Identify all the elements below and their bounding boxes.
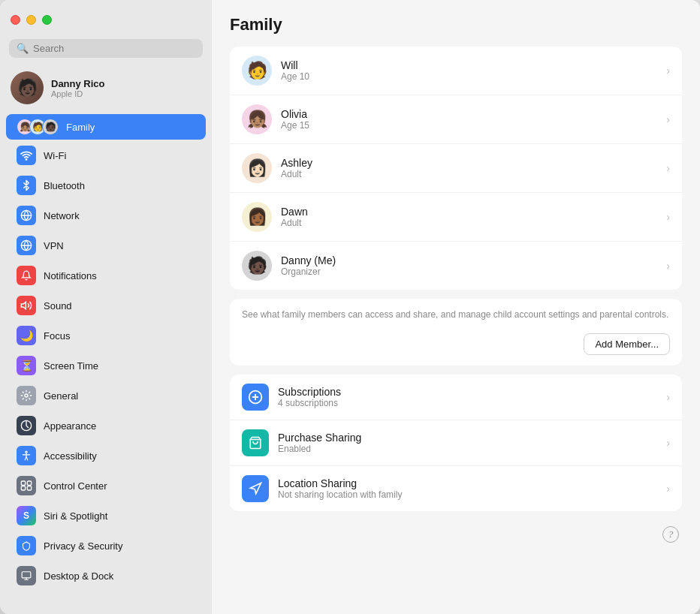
sidebar-item-label-family: Family xyxy=(66,122,95,133)
svg-point-0 xyxy=(26,159,26,160)
sidebar-item-label-network: Network xyxy=(44,210,80,221)
sidebar-item-label-desktop: Desktop & Dock xyxy=(44,570,113,582)
svg-marker-16 xyxy=(250,483,261,494)
chevron-right-icon: › xyxy=(666,113,670,125)
service-row-subscriptions[interactable]: Subscriptions 4 subscriptions › xyxy=(230,375,682,420)
sidebar-item-label-vpn: VPN xyxy=(44,240,64,251)
member-avatar-danny: 🧑🏿 xyxy=(242,251,272,281)
user-section[interactable]: 🧑🏿 Danny Rico Apple ID xyxy=(0,65,212,110)
member-name-dawn: Dawn xyxy=(281,206,657,218)
member-row-olivia[interactable]: 👧🏽 Olivia Age 15 › xyxy=(230,95,682,144)
member-info-will: Will Age 10 xyxy=(281,59,657,82)
sidebar-item-wifi[interactable]: Wi-Fi xyxy=(6,141,206,170)
svg-rect-9 xyxy=(21,486,25,490)
sidebar: 🔍 🧑🏿 Danny Rico Apple ID 👧🏽 🧑 🧑🏿 Family xyxy=(0,0,212,614)
sidebar-item-focus[interactable]: 🌙 Focus xyxy=(6,321,206,350)
service-info-location: Location Sharing Not sharing location wi… xyxy=(278,477,657,500)
notifications-icon xyxy=(17,266,36,285)
bluetooth-icon xyxy=(17,176,36,195)
sidebar-item-controlcenter[interactable]: Control Center xyxy=(6,471,206,500)
accessibility-icon xyxy=(17,446,36,465)
svg-rect-7 xyxy=(21,481,25,485)
sidebar-item-accessibility[interactable]: Accessibility xyxy=(6,441,206,470)
member-info-dawn: Dawn Adult xyxy=(281,206,657,228)
member-row-dawn[interactable]: 👩🏾 Dawn Adult › xyxy=(230,193,682,242)
sidebar-item-family[interactable]: 👧🏽 🧑 🧑🏿 Family xyxy=(6,114,206,140)
sidebar-item-label-privacy: Privacy & Security xyxy=(44,540,122,552)
member-subtitle-will: Age 10 xyxy=(281,71,657,82)
titlebar xyxy=(0,0,212,39)
purchase-icon xyxy=(242,429,269,456)
member-row-will[interactable]: 🧑 Will Age 10 › xyxy=(230,47,682,95)
service-name-location: Location Sharing xyxy=(278,477,657,489)
network-icon xyxy=(17,206,36,225)
family-members-card: 🧑 Will Age 10 › 👧🏽 Olivia Age 15 › 👩🏻 xyxy=(230,47,682,290)
member-avatar-will: 🧑 xyxy=(242,56,272,86)
controlcenter-icon xyxy=(17,476,36,495)
svg-point-4 xyxy=(25,394,28,397)
help-button[interactable]: ? xyxy=(662,526,679,543)
sidebar-item-vpn[interactable]: VPN xyxy=(6,231,206,260)
chevron-right-icon: › xyxy=(666,391,670,403)
service-row-location[interactable]: Location Sharing Not sharing location wi… xyxy=(230,466,682,511)
subscriptions-icon xyxy=(242,384,269,411)
desktop-icon xyxy=(17,566,36,585)
sidebar-item-bluetooth[interactable]: Bluetooth xyxy=(6,171,206,200)
main-content: Family 🧑 Will Age 10 › 👧🏽 Olivia Age 15 … xyxy=(212,0,700,614)
add-member-button[interactable]: Add Member... xyxy=(584,333,670,355)
service-name-subscriptions: Subscriptions xyxy=(278,386,657,398)
focus-icon: 🌙 xyxy=(17,326,36,345)
svg-rect-11 xyxy=(22,572,31,578)
sidebar-item-siri[interactable]: S Siri & Spotlight xyxy=(6,501,206,530)
member-name-olivia: Olivia xyxy=(281,108,657,120)
sidebar-item-screentime[interactable]: ⏳ Screen Time xyxy=(6,351,206,380)
sidebar-item-privacy[interactable]: Privacy & Security xyxy=(6,531,206,560)
sidebar-item-label-controlcenter: Control Center xyxy=(44,480,107,492)
service-subtitle-purchase: Enabled xyxy=(278,444,657,454)
search-bar[interactable]: 🔍 xyxy=(9,39,203,58)
member-avatar-dawn: 👩🏾 xyxy=(242,202,272,232)
minimize-button[interactable] xyxy=(26,15,36,25)
member-row-ashley[interactable]: 👩🏻 Ashley Adult › xyxy=(230,144,682,193)
general-icon xyxy=(17,386,36,405)
family-icon: 👧🏽 🧑 🧑🏿 xyxy=(17,119,59,135)
service-row-purchase[interactable]: Purchase Sharing Enabled › xyxy=(230,420,682,466)
sidebar-item-appearance[interactable]: Appearance xyxy=(6,411,206,440)
page-title: Family xyxy=(230,15,682,35)
sidebar-item-label-focus: Focus xyxy=(44,330,70,342)
sidebar-item-notifications[interactable]: Notifications xyxy=(6,261,206,290)
sidebar-item-label-general: General xyxy=(44,390,78,402)
svg-rect-8 xyxy=(27,481,31,485)
chevron-right-icon: › xyxy=(666,162,670,174)
sidebar-item-label-notifications: Notifications xyxy=(44,270,97,281)
close-button[interactable] xyxy=(11,15,20,25)
chevron-right-icon: › xyxy=(666,483,670,495)
service-name-purchase: Purchase Sharing xyxy=(278,432,657,444)
sidebar-item-label-siri: Siri & Spotlight xyxy=(44,510,107,522)
app-window: 🔍 🧑🏿 Danny Rico Apple ID 👧🏽 🧑 🧑🏿 Family xyxy=(0,0,700,614)
search-icon: 🔍 xyxy=(17,43,29,54)
sidebar-item-label-screentime: Screen Time xyxy=(44,360,98,372)
sidebar-item-general[interactable]: General xyxy=(6,381,206,410)
sidebar-item-label-accessibility: Accessibility xyxy=(44,450,97,462)
member-subtitle-olivia: Age 15 xyxy=(281,120,657,131)
help-row: ? xyxy=(230,520,682,549)
service-subtitle-subscriptions: 4 subscriptions xyxy=(278,398,657,408)
sidebar-item-sound[interactable]: Sound xyxy=(6,291,206,320)
sidebar-item-network[interactable]: Network xyxy=(6,201,206,230)
service-info-purchase: Purchase Sharing Enabled xyxy=(278,432,657,454)
member-name-will: Will xyxy=(281,59,657,71)
member-avatar-ashley: 👩🏻 xyxy=(242,153,272,183)
services-card: Subscriptions 4 subscriptions › Purchase… xyxy=(230,375,682,511)
fullscreen-button[interactable] xyxy=(42,15,52,25)
member-row-danny[interactable]: 🧑🏿 Danny (Me) Organizer › xyxy=(230,242,682,290)
description-card: See what family members can access and s… xyxy=(230,299,682,366)
location-icon xyxy=(242,475,269,502)
user-subtitle: Apple ID xyxy=(51,89,105,98)
chevron-right-icon: › xyxy=(666,260,670,272)
avatar: 🧑🏿 xyxy=(11,71,44,104)
search-input[interactable] xyxy=(33,43,195,54)
wifi-icon xyxy=(17,146,36,165)
member-info-olivia: Olivia Age 15 xyxy=(281,108,657,131)
sidebar-item-desktop[interactable]: Desktop & Dock xyxy=(6,561,206,590)
